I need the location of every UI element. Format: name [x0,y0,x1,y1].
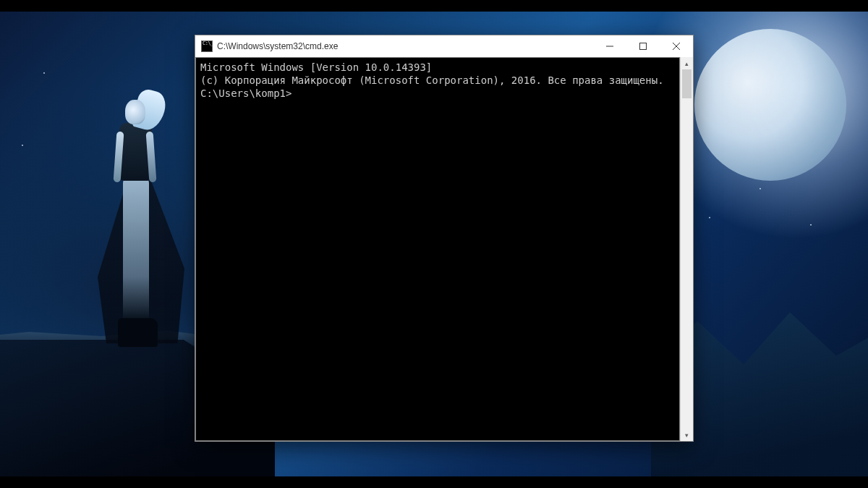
titlebar[interactable]: C:\Windows\system32\cmd.exe [195,35,693,57]
wallpaper-star [709,217,710,218]
wallpaper-star [22,145,23,146]
console-line: Microsoft Windows [Version 10.0.14393] [200,61,675,74]
console-prompt: C:\Users\komp1> [200,87,675,100]
window-client-area: Microsoft Windows [Version 10.0.14393](c… [195,57,693,441]
letterbox-top [0,0,868,12]
letterbox-bottom [0,476,868,488]
console-line: (c) Корпорация Майкрософт (Microsoft Cor… [200,74,675,87]
wallpaper-figure [76,94,199,398]
minimize-button[interactable] [593,35,626,57]
wallpaper-star [43,72,45,74]
wallpaper-moon [694,29,846,181]
wallpaper-star [760,188,761,189]
scroll-thumb[interactable] [682,69,692,98]
wallpaper-star [810,224,812,226]
scroll-track[interactable] [681,69,693,429]
window-title: C:\Windows\system32\cmd.exe [217,41,593,51]
vertical-scrollbar[interactable]: ▴ ▾ [680,57,693,441]
close-button[interactable] [660,35,693,57]
cmd-window[interactable]: C:\Windows\system32\cmd.exe Microsoft Wi… [195,35,694,442]
cmd-icon [201,40,213,52]
scroll-up-button[interactable]: ▴ [681,57,693,69]
svg-rect-1 [640,43,647,50]
console-output[interactable]: Microsoft Windows [Version 10.0.14393](c… [195,57,680,441]
window-controls [593,35,693,57]
scroll-down-button[interactable]: ▾ [681,429,693,441]
desktop-wallpaper: C:\Windows\system32\cmd.exe Microsoft Wi… [0,0,868,488]
maximize-button[interactable] [626,35,660,57]
